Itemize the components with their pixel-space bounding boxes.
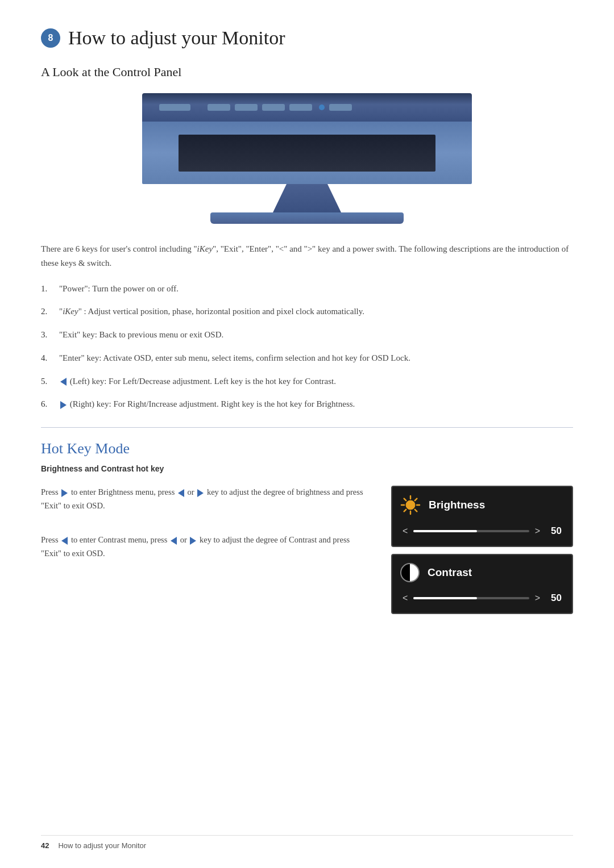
list-num-3: 3. (41, 328, 53, 342)
intro-text-before-ikey: There are 6 keys for user's control incl… (41, 244, 197, 253)
svg-line-7 (415, 499, 417, 501)
brightness-osd-header: Brightness (392, 487, 572, 521)
hotkey-section-title: Hot Key Mode (41, 440, 573, 457)
monitor-top-bar (142, 93, 472, 122)
brightness-osd-panel: Brightness < > 50 (391, 486, 573, 547)
monitor-stand (273, 184, 341, 212)
intro-ikey: iKey (197, 244, 213, 253)
brightness-slider-row: < > 50 (392, 521, 572, 546)
contrast-hotkey-desc: Press to enter Contrast menu, press or k… (41, 533, 368, 561)
contrast-icon (400, 563, 420, 582)
monitor-button-1 (159, 104, 190, 111)
brightness-right-arrow[interactable]: > (535, 526, 540, 536)
monitor-button-5 (289, 104, 312, 111)
list-content-2: "iKey" : Adjust vertical position, phase… (59, 304, 573, 319)
list-num-6: 6. (41, 397, 53, 411)
monitor-base (210, 212, 404, 224)
hotkey-layout: Press to enter Brightness menu, press or… (41, 486, 573, 621)
contrast-value: 50 (546, 592, 562, 604)
monitor-body (142, 122, 472, 184)
arrow-left-brightness (178, 489, 184, 497)
monitor-button-6 (329, 104, 352, 111)
contrast-slider-track (413, 597, 529, 599)
arrow-left-contrast-2 (171, 537, 177, 545)
contrast-left-arrow[interactable]: < (403, 593, 408, 603)
arrow-right-brightness-2 (197, 489, 204, 497)
svg-line-8 (404, 510, 406, 512)
brightness-left-arrow[interactable]: < (403, 526, 408, 536)
list-content-4: "Enter" key: Activate OSD, enter sub men… (59, 351, 573, 365)
list-content-6: (Right) key: For Right/Increase adjustme… (59, 397, 573, 411)
contrast-osd-panel: Contrast < > 50 (391, 554, 573, 614)
list-content-1: "Power": Turn the power on or off. (59, 282, 573, 296)
arrow-right-icon (60, 401, 67, 409)
list-num-1: 1. (41, 282, 53, 296)
arrow-right-contrast (190, 537, 196, 545)
brightness-value: 50 (546, 525, 562, 537)
monitor-image (142, 93, 472, 224)
osd-panels-column: Brightness < > 50 Contrast < (391, 486, 573, 621)
list-content-5: (Left) key: For Left/Decrease adjustment… (59, 374, 573, 389)
list-num-5: 5. (41, 374, 53, 389)
monitor-button-2 (208, 104, 230, 111)
list-num-2: 2. (41, 304, 53, 319)
page-header: 8 How to adjust your Monitor (41, 27, 573, 49)
arrow-left-contrast (61, 537, 68, 545)
contrast-osd-label: Contrast (428, 566, 472, 579)
svg-line-6 (415, 510, 417, 512)
page-title: How to adjust your Monitor (68, 27, 285, 49)
list-item: 6. (Right) key: For Right/Increase adjus… (41, 397, 573, 411)
section-divider (41, 427, 573, 428)
intro-paragraph: There are 6 keys for user's control incl… (41, 242, 573, 270)
monitor-button-3 (235, 104, 258, 111)
brightness-slider-fill (413, 530, 477, 532)
list-content-3: "Exit" key: Back to previous menu or exi… (59, 328, 573, 342)
svg-line-5 (404, 499, 406, 501)
monitor-button-4 (262, 104, 285, 111)
footer-chapter-text: How to adjust your Monitor (58, 841, 146, 850)
list-item: 2. "iKey" : Adjust vertical position, ph… (41, 304, 573, 319)
footer-page-number: 42 (41, 841, 49, 850)
features-list: 1. "Power": Turn the power on or off. 2.… (41, 282, 573, 412)
monitor-indicator (319, 105, 325, 110)
list-item: 4. "Enter" key: Activate OSD, enter sub … (41, 351, 573, 365)
contrast-right-arrow[interactable]: > (535, 593, 540, 603)
contrast-slider-fill (413, 597, 477, 599)
contrast-slider-row: < > 50 (392, 588, 572, 613)
brightness-hotkey-desc: Press to enter Brightness menu, press or… (41, 486, 368, 513)
brightness-icon (400, 495, 421, 515)
brightness-osd-label: Brightness (429, 499, 485, 511)
arrow-right-brightness (61, 489, 68, 497)
arrow-left-icon (60, 378, 67, 386)
contrast-osd-header: Contrast (392, 555, 572, 588)
list-item: 5. (Left) key: For Left/Decrease adjustm… (41, 374, 573, 389)
list-item: 3. "Exit" key: Back to previous menu or … (41, 328, 573, 342)
monitor-screen (179, 135, 435, 172)
brightness-slider-track (413, 530, 529, 532)
chapter-badge: 8 (41, 28, 60, 48)
hotkey-text-column: Press to enter Brightness menu, press or… (41, 486, 368, 581)
hotkey-subtitle: Brightness and Contrast hot key (41, 464, 573, 473)
section1-heading: A Look at the Control Panel (41, 65, 573, 80)
list-num-4: 4. (41, 351, 53, 365)
list-item: 1. "Power": Turn the power on or off. (41, 282, 573, 296)
svg-point-0 (406, 500, 415, 510)
page-footer: 42 How to adjust your Monitor (41, 835, 573, 850)
